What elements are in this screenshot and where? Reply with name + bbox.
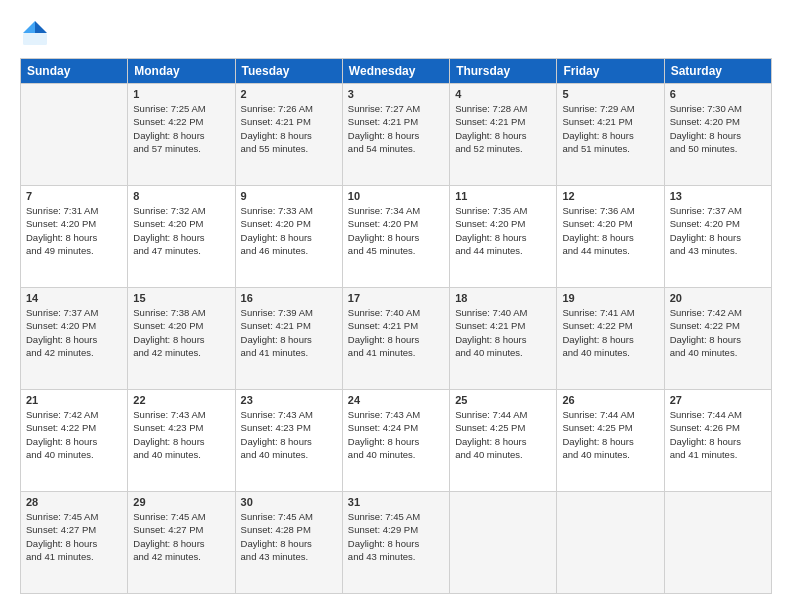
day-info: Sunrise: 7:39 AMSunset: 4:21 PMDaylight:… — [241, 306, 337, 359]
day-info: Sunrise: 7:34 AMSunset: 4:20 PMDaylight:… — [348, 204, 444, 257]
calendar-cell: 23Sunrise: 7:43 AMSunset: 4:23 PMDayligh… — [235, 390, 342, 492]
day-number: 14 — [26, 292, 122, 304]
logo — [20, 18, 54, 48]
calendar-cell — [664, 492, 771, 594]
day-number: 8 — [133, 190, 229, 202]
calendar-cell: 9Sunrise: 7:33 AMSunset: 4:20 PMDaylight… — [235, 186, 342, 288]
day-info: Sunrise: 7:40 AMSunset: 4:21 PMDaylight:… — [455, 306, 551, 359]
day-number: 21 — [26, 394, 122, 406]
calendar-cell: 20Sunrise: 7:42 AMSunset: 4:22 PMDayligh… — [664, 288, 771, 390]
calendar-cell: 5Sunrise: 7:29 AMSunset: 4:21 PMDaylight… — [557, 84, 664, 186]
calendar-cell: 3Sunrise: 7:27 AMSunset: 4:21 PMDaylight… — [342, 84, 449, 186]
day-number: 5 — [562, 88, 658, 100]
calendar-cell: 7Sunrise: 7:31 AMSunset: 4:20 PMDaylight… — [21, 186, 128, 288]
calendar-cell: 13Sunrise: 7:37 AMSunset: 4:20 PMDayligh… — [664, 186, 771, 288]
weekday-header: Monday — [128, 59, 235, 84]
calendar-cell: 1Sunrise: 7:25 AMSunset: 4:22 PMDaylight… — [128, 84, 235, 186]
day-number: 13 — [670, 190, 766, 202]
day-info: Sunrise: 7:38 AMSunset: 4:20 PMDaylight:… — [133, 306, 229, 359]
day-info: Sunrise: 7:44 AMSunset: 4:26 PMDaylight:… — [670, 408, 766, 461]
svg-rect-2 — [23, 33, 47, 45]
calendar-cell: 18Sunrise: 7:40 AMSunset: 4:21 PMDayligh… — [450, 288, 557, 390]
calendar-cell — [450, 492, 557, 594]
day-info: Sunrise: 7:26 AMSunset: 4:21 PMDaylight:… — [241, 102, 337, 155]
day-info: Sunrise: 7:45 AMSunset: 4:28 PMDaylight:… — [241, 510, 337, 563]
page: SundayMondayTuesdayWednesdayThursdayFrid… — [0, 0, 792, 612]
calendar-week-row: 1Sunrise: 7:25 AMSunset: 4:22 PMDaylight… — [21, 84, 772, 186]
calendar-cell: 11Sunrise: 7:35 AMSunset: 4:20 PMDayligh… — [450, 186, 557, 288]
day-number: 1 — [133, 88, 229, 100]
day-number: 30 — [241, 496, 337, 508]
calendar-cell: 12Sunrise: 7:36 AMSunset: 4:20 PMDayligh… — [557, 186, 664, 288]
calendar-cell — [21, 84, 128, 186]
calendar-cell: 15Sunrise: 7:38 AMSunset: 4:20 PMDayligh… — [128, 288, 235, 390]
calendar: SundayMondayTuesdayWednesdayThursdayFrid… — [20, 58, 772, 594]
calendar-cell: 24Sunrise: 7:43 AMSunset: 4:24 PMDayligh… — [342, 390, 449, 492]
calendar-cell: 21Sunrise: 7:42 AMSunset: 4:22 PMDayligh… — [21, 390, 128, 492]
day-number: 11 — [455, 190, 551, 202]
calendar-cell: 25Sunrise: 7:44 AMSunset: 4:25 PMDayligh… — [450, 390, 557, 492]
day-number: 31 — [348, 496, 444, 508]
day-info: Sunrise: 7:43 AMSunset: 4:23 PMDaylight:… — [133, 408, 229, 461]
calendar-week-row: 14Sunrise: 7:37 AMSunset: 4:20 PMDayligh… — [21, 288, 772, 390]
day-number: 26 — [562, 394, 658, 406]
calendar-cell: 17Sunrise: 7:40 AMSunset: 4:21 PMDayligh… — [342, 288, 449, 390]
day-number: 10 — [348, 190, 444, 202]
svg-marker-0 — [35, 21, 47, 33]
day-info: Sunrise: 7:28 AMSunset: 4:21 PMDaylight:… — [455, 102, 551, 155]
weekday-header: Saturday — [664, 59, 771, 84]
day-info: Sunrise: 7:40 AMSunset: 4:21 PMDaylight:… — [348, 306, 444, 359]
day-info: Sunrise: 7:43 AMSunset: 4:23 PMDaylight:… — [241, 408, 337, 461]
weekday-header: Wednesday — [342, 59, 449, 84]
day-number: 6 — [670, 88, 766, 100]
day-number: 9 — [241, 190, 337, 202]
calendar-cell: 14Sunrise: 7:37 AMSunset: 4:20 PMDayligh… — [21, 288, 128, 390]
day-info: Sunrise: 7:27 AMSunset: 4:21 PMDaylight:… — [348, 102, 444, 155]
day-info: Sunrise: 7:29 AMSunset: 4:21 PMDaylight:… — [562, 102, 658, 155]
weekday-row: SundayMondayTuesdayWednesdayThursdayFrid… — [21, 59, 772, 84]
calendar-cell: 16Sunrise: 7:39 AMSunset: 4:21 PMDayligh… — [235, 288, 342, 390]
day-info: Sunrise: 7:45 AMSunset: 4:27 PMDaylight:… — [26, 510, 122, 563]
day-info: Sunrise: 7:42 AMSunset: 4:22 PMDaylight:… — [670, 306, 766, 359]
calendar-cell: 2Sunrise: 7:26 AMSunset: 4:21 PMDaylight… — [235, 84, 342, 186]
day-number: 25 — [455, 394, 551, 406]
calendar-cell: 22Sunrise: 7:43 AMSunset: 4:23 PMDayligh… — [128, 390, 235, 492]
calendar-header: SundayMondayTuesdayWednesdayThursdayFrid… — [21, 59, 772, 84]
calendar-cell: 8Sunrise: 7:32 AMSunset: 4:20 PMDaylight… — [128, 186, 235, 288]
day-number: 28 — [26, 496, 122, 508]
calendar-body: 1Sunrise: 7:25 AMSunset: 4:22 PMDaylight… — [21, 84, 772, 594]
calendar-cell: 6Sunrise: 7:30 AMSunset: 4:20 PMDaylight… — [664, 84, 771, 186]
day-info: Sunrise: 7:44 AMSunset: 4:25 PMDaylight:… — [455, 408, 551, 461]
calendar-cell: 28Sunrise: 7:45 AMSunset: 4:27 PMDayligh… — [21, 492, 128, 594]
day-number: 24 — [348, 394, 444, 406]
day-number: 15 — [133, 292, 229, 304]
weekday-header: Friday — [557, 59, 664, 84]
day-number: 19 — [562, 292, 658, 304]
calendar-cell: 30Sunrise: 7:45 AMSunset: 4:28 PMDayligh… — [235, 492, 342, 594]
day-info: Sunrise: 7:45 AMSunset: 4:29 PMDaylight:… — [348, 510, 444, 563]
calendar-cell: 27Sunrise: 7:44 AMSunset: 4:26 PMDayligh… — [664, 390, 771, 492]
day-number: 22 — [133, 394, 229, 406]
calendar-cell: 19Sunrise: 7:41 AMSunset: 4:22 PMDayligh… — [557, 288, 664, 390]
day-number: 7 — [26, 190, 122, 202]
day-info: Sunrise: 7:37 AMSunset: 4:20 PMDaylight:… — [26, 306, 122, 359]
svg-marker-1 — [23, 21, 35, 33]
day-info: Sunrise: 7:33 AMSunset: 4:20 PMDaylight:… — [241, 204, 337, 257]
calendar-cell: 4Sunrise: 7:28 AMSunset: 4:21 PMDaylight… — [450, 84, 557, 186]
calendar-week-row: 7Sunrise: 7:31 AMSunset: 4:20 PMDaylight… — [21, 186, 772, 288]
logo-icon — [20, 18, 50, 48]
day-info: Sunrise: 7:43 AMSunset: 4:24 PMDaylight:… — [348, 408, 444, 461]
day-info: Sunrise: 7:31 AMSunset: 4:20 PMDaylight:… — [26, 204, 122, 257]
day-info: Sunrise: 7:45 AMSunset: 4:27 PMDaylight:… — [133, 510, 229, 563]
day-number: 12 — [562, 190, 658, 202]
weekday-header: Thursday — [450, 59, 557, 84]
day-number: 16 — [241, 292, 337, 304]
weekday-header: Tuesday — [235, 59, 342, 84]
day-number: 3 — [348, 88, 444, 100]
day-info: Sunrise: 7:37 AMSunset: 4:20 PMDaylight:… — [670, 204, 766, 257]
calendar-cell: 10Sunrise: 7:34 AMSunset: 4:20 PMDayligh… — [342, 186, 449, 288]
calendar-cell: 31Sunrise: 7:45 AMSunset: 4:29 PMDayligh… — [342, 492, 449, 594]
weekday-header: Sunday — [21, 59, 128, 84]
day-number: 18 — [455, 292, 551, 304]
day-number: 2 — [241, 88, 337, 100]
